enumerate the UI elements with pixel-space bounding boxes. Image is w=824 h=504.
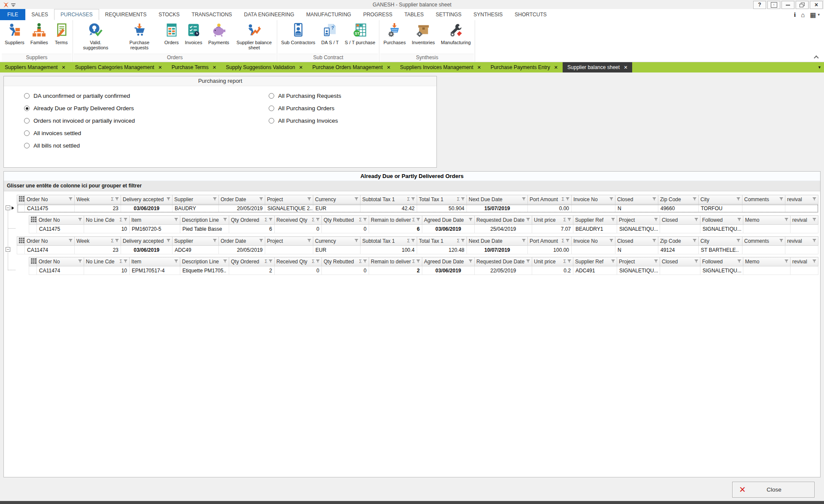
- filter-funnel-icon[interactable]: [115, 238, 119, 244]
- menu-tab-purchases[interactable]: PURCHASES: [54, 9, 99, 20]
- column-header-order-date[interactable]: Order Date: [219, 237, 265, 246]
- ribbon-button-invoices[interactable]: Invoices: [182, 21, 205, 45]
- column-header-revival[interactable]: revival: [791, 257, 818, 266]
- ribbon-button-s-t-purchase[interactable]: STS / T purchase: [342, 21, 378, 45]
- order-line-data-row[interactable]: CA1147410EPM170517-4Etiquette PM1705..20…: [29, 266, 818, 275]
- menu-tab-synthesis[interactable]: SYNTHESIS: [467, 9, 509, 20]
- doc-tab-suppliers-management[interactable]: Suppliers Management✕: [0, 62, 70, 72]
- column-header-port-amount[interactable]: Port AmountΣ: [528, 237, 572, 246]
- collapse-expander-icon[interactable]: –: [6, 247, 10, 252]
- column-header-description-line[interactable]: Description Line: [180, 257, 229, 266]
- filter-funnel-icon[interactable]: [785, 217, 788, 223]
- ribbon-button-purchase-requests[interactable]: Purchase requests: [118, 21, 161, 51]
- sum-icon[interactable]: Σ: [412, 218, 415, 222]
- caret-down-icon[interactable]: ▾: [818, 13, 820, 17]
- column-header-remain-to-deliver[interactable]: Remain to deliverΣ: [369, 257, 422, 266]
- ribbon-button-inventories[interactable]: Inventories: [409, 21, 438, 45]
- tab-list-caret-icon[interactable]: ▼: [818, 65, 821, 69]
- tab-close-icon[interactable]: ✕: [61, 65, 65, 70]
- filter-funnel-icon[interactable]: [167, 196, 170, 202]
- tab-close-icon[interactable]: ✕: [299, 65, 303, 70]
- filter-funnel-icon[interactable]: [693, 238, 697, 244]
- filter-funnel-icon[interactable]: [269, 217, 273, 223]
- filter-funnel-icon[interactable]: [69, 238, 73, 244]
- group-by-hint[interactable]: Glisser une entête de colonne ici pour g…: [4, 181, 820, 191]
- column-header-next-due-date[interactable]: Next Due Date: [467, 195, 528, 204]
- column-header-project[interactable]: Project: [265, 195, 313, 204]
- column-header-project[interactable]: Project: [617, 216, 660, 225]
- filter-funnel-icon[interactable]: [461, 238, 465, 244]
- filter-funnel-icon[interactable]: [652, 196, 656, 202]
- filter-funnel-icon[interactable]: [737, 259, 741, 265]
- column-header-closed[interactable]: Closed: [615, 195, 658, 204]
- doc-tab-supply-suggestions-validation[interactable]: Supply Suggestions Validation✕: [221, 62, 307, 72]
- filter-funnel-icon[interactable]: [522, 238, 526, 244]
- column-header-closed[interactable]: Closed: [660, 257, 700, 266]
- column-header-city[interactable]: City: [699, 195, 742, 204]
- sum-icon[interactable]: Σ: [359, 260, 362, 264]
- column-header-week[interactable]: WeekΣ: [75, 195, 121, 204]
- column-header-project[interactable]: Project: [265, 237, 313, 246]
- filter-funnel-icon[interactable]: [259, 196, 263, 202]
- radio-option-all-purchasing-requests[interactable]: All Purchasing Requests: [269, 90, 341, 102]
- filter-funnel-icon[interactable]: [737, 217, 741, 223]
- radio-option-all-purchasing-invoices[interactable]: All Purchasing Invoices: [269, 115, 341, 127]
- radio-option-already-due-or-partly-delivered-orders[interactable]: Already Due or Partly Delivered Orders: [24, 102, 135, 115]
- filter-funnel-icon[interactable]: [609, 238, 613, 244]
- filter-funnel-icon[interactable]: [694, 217, 698, 223]
- filter-funnel-icon[interactable]: [69, 196, 73, 202]
- help-icon[interactable]: ?: [753, 1, 766, 9]
- ribbon-button-da-s-t[interactable]: ?DA S / T: [318, 21, 342, 45]
- menu-tab-shortcuts[interactable]: SHORTCUTS: [509, 9, 552, 20]
- filter-funnel-icon[interactable]: [654, 217, 658, 223]
- column-header-revival[interactable]: revival: [791, 216, 818, 225]
- filter-funnel-icon[interactable]: [411, 196, 415, 202]
- order-data-row[interactable]: CA114752303/06/2019BAUDRY20/05/2019SIGNA…: [17, 204, 818, 213]
- filter-funnel-icon[interactable]: [567, 259, 571, 265]
- menu-tab-progress[interactable]: PROGRESS: [357, 9, 398, 20]
- filter-funnel-icon[interactable]: [654, 259, 658, 265]
- sum-icon[interactable]: Σ: [407, 197, 410, 202]
- filter-funnel-icon[interactable]: [307, 238, 311, 244]
- column-header-item[interactable]: Item: [130, 216, 180, 225]
- column-header-invoice-no[interactable]: Invoice No: [572, 237, 615, 246]
- column-header-delivery-accepted[interactable]: Delivery accepted: [121, 195, 173, 204]
- ribbon-button-payments[interactable]: Payments: [205, 21, 232, 45]
- sum-icon[interactable]: Σ: [312, 260, 315, 264]
- column-header-memo[interactable]: Memo: [743, 216, 791, 225]
- tab-close-icon[interactable]: ✕: [554, 65, 558, 70]
- sum-icon[interactable]: Σ: [562, 197, 564, 202]
- filter-funnel-icon[interactable]: [78, 259, 82, 265]
- ribbon-button-families[interactable]: Families: [27, 21, 51, 45]
- quick-access-caret-icon[interactable]: [11, 3, 15, 8]
- column-header-comments[interactable]: Comments: [742, 237, 785, 246]
- radio-option-all-purchasing-orders[interactable]: All Purchasing Orders: [269, 102, 341, 115]
- column-header-no-line-cde[interactable]: No Line CdeΣ: [84, 216, 130, 225]
- column-header-agreed-due-date[interactable]: Agreed Due Date: [422, 216, 475, 225]
- column-header-week[interactable]: WeekΣ: [75, 237, 121, 246]
- filter-funnel-icon[interactable]: [78, 217, 82, 223]
- filter-funnel-icon[interactable]: [469, 217, 473, 223]
- home-icon[interactable]: ⌂: [801, 12, 805, 18]
- close-button[interactable]: ✕ Close: [732, 482, 815, 498]
- column-header-followed[interactable]: Followed: [700, 216, 743, 225]
- column-header-received-qty[interactable]: Received QtyΣ: [275, 216, 322, 225]
- column-header-qty-ordered[interactable]: Qty OrderedΣ: [229, 257, 275, 266]
- sum-icon[interactable]: Σ: [111, 197, 114, 202]
- radio-option-all-invoices-settled[interactable]: All invoices settled: [24, 127, 135, 139]
- column-header-currency[interactable]: Currency: [313, 195, 360, 204]
- menu-tab-transactions[interactable]: TRANSACTIONS: [186, 9, 238, 20]
- ribbon-collapse-icon[interactable]: [814, 55, 818, 59]
- filter-funnel-icon[interactable]: [124, 217, 127, 223]
- filter-funnel-icon[interactable]: [779, 238, 783, 244]
- filter-funnel-icon[interactable]: [213, 238, 217, 244]
- tab-close-icon[interactable]: ✕: [158, 65, 162, 70]
- radio-option-orders-not-invoiced-or-partially-invoiced[interactable]: Orders not invoiced or partially invoice…: [24, 115, 135, 127]
- column-header-subtotal-tax-1[interactable]: Subtotal Tax 1Σ: [360, 195, 417, 204]
- filter-funnel-icon[interactable]: [609, 196, 613, 202]
- sum-icon[interactable]: Σ: [562, 239, 564, 243]
- order-line-data-row[interactable]: CA1147510PM160720-5Pied Table Basse60060…: [29, 225, 818, 233]
- tab-close-icon[interactable]: ✕: [212, 65, 216, 70]
- info-icon[interactable]: i: [794, 12, 796, 18]
- filter-funnel-icon[interactable]: [785, 259, 788, 265]
